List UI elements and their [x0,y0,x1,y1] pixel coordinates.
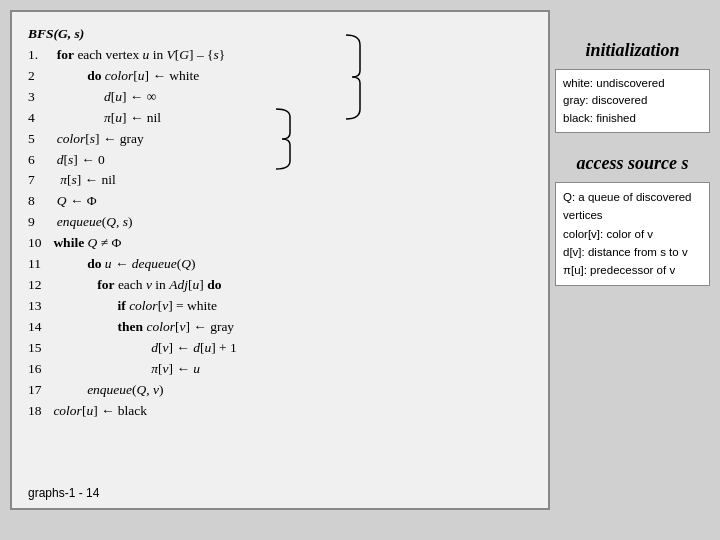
annotation-panel: initialization white: undiscovered gray:… [555,10,710,286]
code-line-17: 17 enqueue(Q, v) [28,380,532,401]
line-text-11: do u ← dequeue(Q) [50,254,196,275]
line-text-14: then color[v] ← gray [50,317,234,338]
white-legend: white: undiscovered [563,75,702,92]
q-line4: d[v]: distance from s to v [563,243,702,261]
line-text-3: d[u] ← ∞ [50,87,156,108]
code-line-3: 3 d[u] ← ∞ [28,87,532,108]
line-num-6: 6 [28,150,50,171]
code-line-12: 12 for each v in Adj[u] do [28,275,532,296]
code-line-2: 2 do color[u] ← white [28,66,532,87]
line-num-14: 14 [28,317,50,338]
line-num-5: 5 [28,129,50,150]
code-line-10: 10 while Q ≠ Φ [28,233,532,254]
line-num-11: 11 [28,254,50,275]
queue-legend-box: Q: a queue of discovered vertices color[… [555,182,710,286]
gray-legend: gray: discovered [563,92,702,109]
code-line-15: 15 d[v] ← d[u] + 1 [28,338,532,359]
code-line-8: 8 Q ← Φ [28,191,532,212]
code-line-13: 13 if color[v] = white [28,296,532,317]
code-line-1: 1. for each vertex u in V[G] – {s} [28,45,532,66]
line-num-1: 1. [28,45,50,66]
line-text-4: π[u] ← nil [50,108,161,129]
main-content-box: BFS(G, s) 1. for each vertex u in V[G] –… [10,10,550,510]
line-num-9: 9 [28,212,50,233]
color-legend-box: white: undiscovered gray: discovered bla… [555,69,710,133]
line-text-2: do color[u] ← white [50,66,199,87]
brace-access [272,107,292,174]
access-source-label: access source s [555,153,710,174]
access-text: access source s [577,153,689,173]
line-text-1: for each vertex u in V[G] – {s} [50,45,225,66]
line-text-18: color[u] ← black [50,401,147,422]
line-text-13: if color[v] = white [50,296,217,317]
brace-access-svg [272,107,292,171]
line-text-5: color[s] ← gray [50,129,144,150]
code-header: BFS(G, s) [28,24,532,45]
line-num-17: 17 [28,380,50,401]
line-num-8: 8 [28,191,50,212]
line-num-4: 4 [28,108,50,129]
code-area: BFS(G, s) 1. for each vertex u in V[G] –… [28,24,532,422]
line-num-13: 13 [28,296,50,317]
line-text-8: Q ← Φ [50,191,97,212]
line-text-7: π[s] ← nil [50,170,116,191]
code-line-16: 16 π[v] ← u [28,359,532,380]
line-num-15: 15 [28,338,50,359]
footer-label: graphs-1 - 14 [28,486,99,500]
brace-init-svg [342,33,362,121]
q-line2: vertices [563,206,702,224]
q-line1: Q: a queue of discovered [563,188,702,206]
code-line-18: 18 color[u] ← black [28,401,532,422]
line-text-10: while Q ≠ Φ [50,233,121,254]
code-line-14: 14 then color[v] ← gray [28,317,532,338]
line-num-18: 18 [28,401,50,422]
line-num-3: 3 [28,87,50,108]
initialization-label: initialization [555,40,710,61]
line-text-6: d[s] ← 0 [50,150,105,171]
line-num-2: 2 [28,66,50,87]
line-text-9: enqueue(Q, s) [50,212,133,233]
brace-init [342,33,362,124]
line-text-16: π[v] ← u [50,359,200,380]
code-line-11: 11 do u ← dequeue(Q) [28,254,532,275]
line-num-10: 10 [28,233,50,254]
header-text: BFS(G, s) [28,24,84,45]
black-legend: black: finished [563,110,702,127]
line-num-16: 16 [28,359,50,380]
q-line5: π[u]: predecessor of v [563,261,702,279]
code-line-9: 9 enqueue(Q, s) [28,212,532,233]
line-num-7: 7 [28,170,50,191]
q-line3: color[v]: color of v [563,225,702,243]
line-num-12: 12 [28,275,50,296]
line-text-12: for each v in Adj[u] do [50,275,221,296]
line-text-17: enqueue(Q, v) [50,380,164,401]
line-text-15: d[v] ← d[u] + 1 [50,338,237,359]
